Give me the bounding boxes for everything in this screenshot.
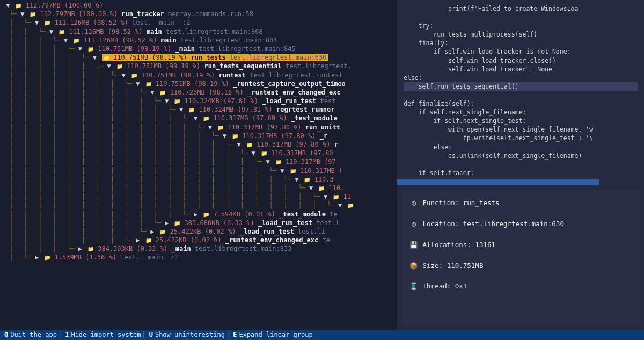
- tree-indent: │ │ │ │ │ │ │ │ │ └─: [2, 88, 147, 97]
- tree-row[interactable]: │ │ │ │ │ │ │ │ │ │ │ │ │ │ └─ ▼ 📁 110.3…: [2, 132, 395, 140]
- tree-row[interactable]: │ │ └─ ▼ 📁 111.126MB (98.52 %) main test…: [2, 27, 395, 36]
- expand-arrow-icon[interactable]: ▼: [165, 97, 170, 105]
- tree-size: 110.317MB: [242, 132, 277, 140]
- tree-row[interactable]: │ │ │ │ │ │ │ │ └─ ▼ 📁 110.751MB (98.19 …: [2, 79, 395, 88]
- tree-row[interactable]: │ │ │ │ │ └─ ▼ 📁 110.751MB (98.19 %) run…: [2, 53, 395, 62]
- tree-pct: (97.80 %): [252, 114, 287, 122]
- expand-arrow-icon[interactable]: ▼: [237, 140, 243, 149]
- tree-fn-name: _runtest_env_changed_exc: [225, 236, 318, 244]
- tree-pct: (0.02 %): [205, 228, 236, 235]
- tree-row[interactable]: │ └─ ▼ 📁 111.126MB (98.52 %) test.__main…: [2, 18, 395, 27]
- expand-arrow-icon[interactable]: ▼: [35, 18, 40, 27]
- shortcut-label: Hide import system: [71, 330, 141, 339]
- separator: |: [141, 330, 147, 339]
- expand-arrow-icon[interactable]: ▼: [78, 45, 84, 53]
- expand-arrow-icon[interactable]: ▼: [324, 192, 329, 201]
- shortcut-key[interactable]: Q: [2, 330, 10, 339]
- expand-arrow-icon[interactable]: ▼: [136, 79, 141, 88]
- tree-size: 110.317MB: [257, 141, 291, 148]
- tree-fn-name: _load_run_test: [240, 228, 294, 235]
- expand-arrow-icon[interactable]: ▼: [194, 114, 199, 122]
- tree-indent: │ │ │ │ └─: [2, 244, 75, 253]
- tree-row[interactable]: │ │ │ │ │ │ │ │ │ │ │ │ │ │ │ │ └─ ▼ 📁 1…: [2, 149, 395, 157]
- expand-arrow-icon[interactable]: ▶: [194, 210, 199, 219]
- source-code-panel[interactable]: print(f'Failed to create WindowsLoa try:…: [397, 0, 644, 177]
- expand-arrow-icon[interactable]: ▼: [309, 184, 314, 192]
- code-line: self.run_tests_sequential(): [404, 82, 638, 91]
- tree-pct: (98.19 %): [165, 62, 200, 70]
- folder-icon: 📁: [261, 150, 267, 156]
- tree-row[interactable]: ▼ 📁 112.797MB (100.00 %): [2, 1, 395, 10]
- expand-arrow-icon[interactable]: ▼: [280, 167, 286, 175]
- tree-size: 1.539MB: [55, 254, 82, 261]
- tree-row[interactable]: │ │ │ │ │ │ │ │ │ │ │ └─ ▼ 📁 110.324MB (…: [2, 105, 395, 114]
- tree-indent: │ │ │ │ │ │ │ │ │ │ │ └─: [2, 105, 175, 114]
- tree-row[interactable]: │ │ │ │ │ │ │ └─ ▼ 📁 110.751MB (98.19 %)…: [2, 71, 395, 79]
- code-line: with open(self.next_single_filename, 'w: [404, 125, 638, 134]
- tree-row[interactable]: └─ ▼ 📁 112.797MB (100.00 %) run_tracker …: [2, 10, 395, 18]
- tree-row[interactable]: │ │ │ │ │ │ │ │ │ │ │ │ └─ ▼ 📁 110.317MB…: [2, 114, 395, 122]
- tree-row[interactable]: │ │ │ │ │ │ │ │ │ │ │ │ │ └─ ▼ 📁 110.317…: [2, 123, 395, 132]
- expand-arrow-icon[interactable]: ▼: [93, 53, 98, 62]
- tree-pct: (0.33 %): [136, 245, 167, 252]
- expand-arrow-icon[interactable]: ▼: [295, 175, 300, 184]
- tree-fn-name: run_tests: [191, 54, 226, 61]
- expand-arrow-icon[interactable]: ▶: [35, 253, 40, 262]
- expand-arrow-icon[interactable]: ▼: [107, 62, 113, 70]
- allocation-tree[interactable]: ▼ 📁 112.797MB (100.00 %) └─ ▼ 📁 112.797M…: [0, 0, 397, 330]
- tree-indent: │ │ │ │ │ │ │ │ │ │ │ │ │ │ └─: [2, 132, 218, 140]
- expand-arrow-icon[interactable]: ▼: [208, 123, 214, 132]
- expand-arrow-icon[interactable]: ▼: [64, 36, 69, 45]
- expand-arrow-icon[interactable]: ▼: [150, 88, 156, 97]
- tree-row[interactable]: │ │ │ │ │ │ └─ ▼ 📁 110.751MB (98.19 %) r…: [2, 62, 395, 70]
- expand-arrow-icon[interactable]: ▼: [20, 10, 26, 18]
- tree-size: 111.126MB: [69, 28, 104, 35]
- tree-location: test.__main__:2: [132, 19, 190, 26]
- tree-row[interactable]: │ │ │ │ │ │ │ │ │ │ └─ ▼ 📁 110.324MB (97…: [2, 97, 395, 105]
- tree-row[interactable]: │ │ │ │ │ │ │ │ │ │ │ │ │ │ │ │ │ │ │ └─…: [2, 175, 395, 184]
- shortcut-key[interactable]: E: [231, 330, 239, 339]
- tree-row[interactable]: │ │ │ │ │ │ │ │ │ │ │ │ │ │ │ └─ ▼ 📁 110…: [2, 140, 395, 149]
- expand-arrow-icon[interactable]: ▼: [121, 71, 127, 79]
- expand-arrow-icon[interactable]: ▶: [136, 236, 141, 244]
- tree-row[interactable]: │ │ │ │ │ │ │ │ └─ ▶ 📁 25.422KB (0.02 %)…: [2, 236, 395, 244]
- expand-arrow-icon[interactable]: ▼: [338, 201, 343, 209]
- tree-indent: │ │ │ │ │ │ │ │ │ │ │ │ │ └─: [2, 123, 204, 132]
- expand-arrow-icon[interactable]: ▶: [150, 227, 156, 236]
- expand-arrow-icon[interactable]: ▶: [78, 244, 84, 253]
- detail-size-value: 110.751MB: [447, 262, 484, 270]
- bullet-icon: ◎: [409, 199, 419, 208]
- tree-row[interactable]: │ │ │ │ │ │ │ │ │ └─ ▶ 📁 25.422KB (0.02 …: [2, 227, 395, 236]
- tree-size: 111.126MB: [55, 19, 90, 26]
- tree-row[interactable]: │ │ │ │ │ │ │ │ │ │ │ │ │ │ │ │ │ │ │ │ …: [2, 201, 395, 209]
- expand-arrow-icon[interactable]: ▶: [165, 219, 170, 227]
- tree-indent: │ │ │ │ └─: [2, 45, 75, 53]
- code-line: self.win_load_tracker.close(): [404, 56, 638, 65]
- detail-allocations-label: Allocations:: [423, 241, 475, 249]
- expand-arrow-icon[interactable]: ▼: [266, 157, 271, 166]
- tree-row[interactable]: │ │ │ │ │ │ │ │ │ │ │ │ │ │ │ │ │ └─ ▼ 📁…: [2, 157, 395, 166]
- statusbar: Q Quit the app | I Hide import system | …: [0, 330, 644, 340]
- tree-row[interactable]: │ │ │ │ │ │ │ │ │ │ │ │ └─ ▶ 📁 7.594KB (…: [2, 210, 395, 219]
- tree-row[interactable]: │ │ │ │ │ │ │ │ │ │ │ │ │ │ │ │ │ │ └─ ▼…: [2, 167, 395, 175]
- tree-row[interactable]: │ │ │ │ │ │ │ │ │ │ │ │ │ │ │ │ │ │ │ │ …: [2, 192, 395, 201]
- shortcut-key[interactable]: I: [63, 330, 71, 339]
- tree-row[interactable]: │ │ │ └─ ▼ 📁 111.126MB (98.52 %) main te…: [2, 36, 395, 45]
- tree-row[interactable]: │ │ │ │ └─ ▼ 📁 110.751MB (98.19 %) _main…: [2, 45, 395, 53]
- tree-row[interactable]: │ │ │ │ │ │ │ │ │ └─ ▼ 📁 110.726MB (98.1…: [2, 88, 395, 97]
- expand-arrow-icon[interactable]: ▼: [179, 105, 185, 114]
- tree-size: 110.726MB: [170, 89, 205, 96]
- tree-row[interactable]: │ │ │ │ └─ ▶ 📁 384.393KB (0.33 %) _main …: [2, 244, 395, 253]
- tree-row[interactable]: │ │ │ │ │ │ │ │ │ │ └─ ▶ 📁 385.686KB (0.…: [2, 219, 395, 227]
- tree-size: 25.422KB: [156, 236, 187, 244]
- expand-arrow-icon[interactable]: ▼: [6, 1, 11, 10]
- tree-location: test.libregrtest.main:804: [180, 37, 277, 44]
- folder-icon: 📁: [275, 159, 282, 165]
- shortcut-key[interactable]: U: [147, 330, 155, 339]
- tree-row[interactable]: │ └─ ▶ 📁 1.539MB (1.36 %) test.__main__:…: [2, 253, 395, 262]
- code-scrollbar[interactable]: [397, 179, 644, 185]
- expand-arrow-icon[interactable]: ▼: [252, 149, 257, 157]
- expand-arrow-icon[interactable]: ▼: [223, 132, 228, 140]
- expand-arrow-icon[interactable]: ▼: [49, 27, 55, 36]
- tree-row[interactable]: │ │ │ │ │ │ │ │ │ │ │ │ │ │ │ │ │ │ │ │ …: [2, 184, 395, 192]
